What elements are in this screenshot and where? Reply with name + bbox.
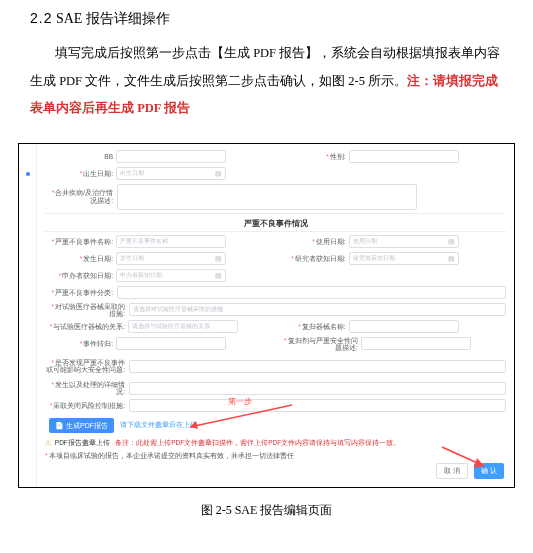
screenshot-frame: BB *性别: *出生日期:出生日期▤ *合并疾病/及治疗情况描述: 严重不良事…: [18, 143, 515, 488]
annotation-step1-label: 第一步: [228, 396, 252, 407]
select-seriousness[interactable]: [117, 286, 506, 299]
figure-caption: 图 2-5 SAE 报告编辑页面: [18, 502, 515, 519]
warn2-text: 本项目临床试验的报告，本企业承诺提交的资料真实有效，并承担一切法律责任: [49, 452, 294, 459]
doc-paragraph: 填写完成后按照第一步点击【生成 PDF 报告】，系统会自动根据填报表单内容生成 …: [30, 40, 503, 123]
label-top-left: BB: [45, 153, 113, 160]
textarea-merge-disease[interactable]: [117, 184, 417, 210]
select-relation-other[interactable]: 请选择与试验医疗器械的关系: [128, 320, 238, 333]
label-relation-other: *与试验医疗器械的关系:: [45, 323, 125, 330]
input-birth[interactable]: 出生日期▤: [116, 167, 226, 180]
label-birth: *出生日期:: [45, 170, 113, 177]
download-tip: 请下载文件盖章后在上传: [120, 421, 197, 430]
select-relation-dev[interactable]: 请选择对试验医疗器械采取的措施: [129, 303, 506, 316]
input-applicant-know[interactable]: 申办者获知日期▤: [116, 269, 226, 282]
select-major-safety[interactable]: [129, 360, 506, 373]
label-outcome: *事件转归:: [45, 340, 113, 347]
label-seq-recover: *复归剂与严重安全性问题描述:: [278, 337, 358, 351]
warning-icon: ⚠: [45, 439, 51, 446]
divider: [45, 213, 506, 214]
label-major-safety: *是否发现严重不良事件或可能影响大安全性问题:: [45, 359, 125, 373]
input-top-left[interactable]: [116, 150, 226, 163]
label-happen-date: *发生日期:: [45, 255, 113, 262]
warn1-label: PDF报告盖章上传: [55, 439, 110, 446]
calendar-icon: ▤: [448, 255, 455, 263]
input-gender[interactable]: [349, 150, 459, 163]
document-icon: [55, 422, 64, 430]
label-recover: *复归器械名称:: [278, 323, 346, 330]
label-merge-disease: *合并疾病/及治疗情况描述:: [45, 189, 113, 203]
section-title: 严重不良事件情况: [45, 218, 506, 229]
warning-line-2: * 本项目临床试验的报告，本企业承诺提交的资料真实有效，并承担一切法律责任: [45, 452, 506, 460]
sidebar-active-dot: [26, 172, 30, 176]
input-last-treat[interactable]: [129, 382, 506, 395]
cancel-button[interactable]: 取 消: [436, 463, 468, 479]
heading-num: 2.2: [30, 10, 52, 26]
input-sae-name[interactable]: 严重不良事件名称: [116, 235, 226, 248]
input-recover[interactable]: [349, 320, 459, 333]
label-applicant-know: *申办者获知日期:: [45, 272, 113, 279]
app-sidebar: [19, 144, 37, 487]
heading-text: SAE 报告详细操作: [56, 11, 170, 26]
label-research-know: *研究者获知日期:: [278, 255, 346, 262]
input-case-number[interactable]: [129, 399, 506, 412]
calendar-icon: ▤: [448, 238, 455, 246]
calendar-icon: ▤: [215, 272, 222, 280]
label-seriousness: *严重不良事件分类:: [45, 289, 113, 296]
label-gender: *性别:: [278, 153, 346, 160]
generate-pdf-button[interactable]: 生成PDF报告: [49, 418, 114, 433]
warning-line-1: ⚠ PDF报告盖章上传 备注：此处需上传PDF文件盖章扫描件，需伴上传PDF文件…: [45, 439, 506, 447]
input-happen-date[interactable]: 发生日期▤: [116, 252, 226, 265]
warn1-red: 备注：此处需上传PDF文件盖章扫描件，需伴上传PDF文件内容请保持与填写内容保持…: [115, 439, 400, 446]
generate-pdf-label: 生成PDF报告: [66, 421, 108, 431]
label-last-treat: *发生以及处理的详细情况:: [45, 381, 125, 395]
calendar-icon: ▤: [215, 255, 222, 263]
label-relation-dev: *对试验医疗器械采取的措施:: [45, 303, 125, 317]
label-sae-name: *严重不良事件名称:: [45, 238, 113, 245]
label-case-number: *采取关闭风险控制措施:: [45, 402, 125, 409]
input-seq-recover[interactable]: [361, 337, 471, 350]
input-research-know[interactable]: 研究者获知日期▤: [349, 252, 459, 265]
calendar-icon: ▤: [215, 170, 222, 178]
divider: [45, 231, 506, 232]
confirm-button[interactable]: 确 认: [474, 463, 504, 479]
label-use-date: *使用日期:: [278, 238, 346, 245]
doc-heading: 2.2 SAE 报告详细操作: [30, 10, 503, 28]
input-use-date[interactable]: 使用日期▤: [349, 235, 459, 248]
select-outcome[interactable]: [116, 337, 226, 350]
